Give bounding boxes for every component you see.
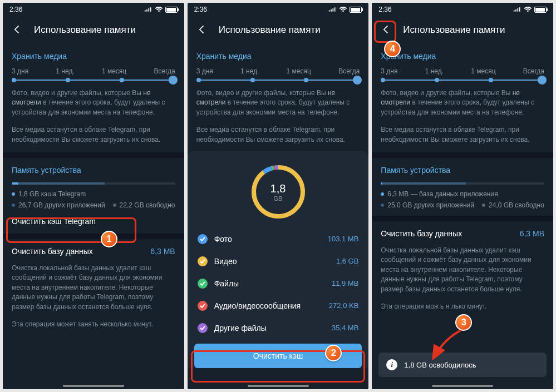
media-desc-1: Фото, видео и другие файлы, которые Вы н… bbox=[3, 88, 184, 125]
section-storage: Память устройства bbox=[372, 158, 553, 179]
signal-icon bbox=[513, 7, 521, 13]
statusbar: 2:36 bbox=[372, 3, 553, 16]
home-indicator[interactable] bbox=[432, 385, 493, 387]
home-indicator[interactable] bbox=[248, 385, 309, 387]
statusbar: 2:36 bbox=[188, 3, 369, 16]
db-desc-1: Очистка локальной базы данных удалит кэш… bbox=[3, 264, 184, 320]
signal-icon bbox=[328, 7, 337, 13]
storage-legend: 6,3 MB — база данных приложения 25,0 GB … bbox=[372, 190, 553, 209]
storage-legend: 1,8 GB кэша Telegram 26,7 GB других прил… bbox=[3, 190, 184, 209]
screen-1: 2:36 Использование памяти Хранить медиа … bbox=[3, 3, 184, 389]
cache-category-label: Фото bbox=[214, 235, 232, 244]
media-slider-labels: 3 дня1 нед.1 месяцВсегда bbox=[188, 65, 369, 75]
marker-1: 1 bbox=[101, 231, 117, 247]
slider-thumb[interactable] bbox=[169, 76, 178, 85]
checkbox-icon[interactable] bbox=[198, 301, 208, 311]
wifi-icon bbox=[155, 7, 163, 13]
status-icons bbox=[513, 7, 547, 13]
clear-db-button[interactable]: Очистить базу данных 6,3 MB bbox=[372, 221, 553, 246]
back-icon[interactable] bbox=[196, 24, 208, 37]
status-icons bbox=[144, 7, 178, 13]
cache-category-row[interactable]: Фото 103,1 MB bbox=[188, 228, 369, 250]
cache-category-size: 35,4 MB bbox=[332, 324, 358, 332]
media-slider[interactable] bbox=[196, 80, 360, 81]
cache-category-label: Аудио/видеосообщения bbox=[214, 301, 301, 310]
media-desc-2: Все медиа останутся в облаке Telegram, п… bbox=[188, 125, 369, 152]
db-desc-2: Эта операция может занять несколько мину… bbox=[3, 320, 184, 337]
storage-bar bbox=[12, 182, 175, 185]
checkbox-icon[interactable] bbox=[198, 279, 208, 289]
media-slider[interactable] bbox=[12, 80, 175, 81]
media-desc-2: Все медиа останутся в облаке Telegram, п… bbox=[372, 125, 553, 152]
donut-unit: GB bbox=[270, 195, 286, 201]
section-media: Хранить медиа bbox=[3, 44, 184, 65]
clear-db-size: 6,3 MB bbox=[520, 229, 544, 238]
cache-category-row[interactable]: Другие файлы 35,4 MB bbox=[188, 317, 369, 339]
media-desc-2: Все медиа останутся в облаке Telegram, п… bbox=[3, 125, 184, 152]
donut-chart: 1,8 GB bbox=[188, 151, 369, 228]
status-icons bbox=[328, 7, 362, 13]
statusbar: 2:36 bbox=[3, 3, 184, 16]
info-icon: i bbox=[386, 359, 397, 370]
slider-thumb[interactable] bbox=[538, 76, 547, 85]
page-title: Использование памяти bbox=[34, 24, 136, 36]
checkbox-icon[interactable] bbox=[198, 256, 208, 266]
clear-db-label: Очистить базу данных bbox=[381, 229, 462, 238]
clear-cache-button[interactable]: Очистить кэш Telegram bbox=[3, 209, 184, 234]
page-title: Использование памяти bbox=[219, 24, 321, 36]
marker-3: 3 bbox=[455, 314, 472, 331]
section-media: Хранить медиа bbox=[188, 44, 369, 65]
media-desc-1: Фото, видео и другие файлы, которые Вы н… bbox=[372, 88, 553, 125]
signal-icon bbox=[144, 7, 152, 13]
media-slider[interactable] bbox=[381, 80, 544, 81]
header: Использование памяти bbox=[188, 16, 369, 44]
slider-thumb[interactable] bbox=[353, 76, 362, 85]
status-time: 2:36 bbox=[378, 6, 391, 13]
media-slider-labels: 3 дня1 нед.1 месяцВсегда bbox=[372, 65, 553, 75]
home-indicator[interactable] bbox=[63, 385, 124, 387]
donut-value: 1,8 bbox=[270, 182, 286, 195]
screen-3: 2:36 Использование памяти Хранить медиа … bbox=[372, 3, 553, 389]
db-desc-1: Очистка локальной базы данных удалит кэш… bbox=[372, 246, 553, 302]
page-title: Использование памяти bbox=[403, 24, 505, 36]
wifi-icon bbox=[339, 7, 347, 13]
checkbox-icon[interactable] bbox=[198, 323, 208, 333]
back-icon[interactable] bbox=[12, 24, 23, 37]
cache-category-size: 1,6 GB bbox=[336, 257, 358, 265]
cache-category-size: 103,1 MB bbox=[328, 235, 359, 243]
cache-category-label: Файлы bbox=[214, 279, 239, 288]
battery-icon bbox=[165, 7, 178, 13]
cache-category-size: 272,0 KB bbox=[329, 301, 359, 310]
cache-category-row[interactable]: Видео 1,6 GB bbox=[188, 250, 369, 272]
battery-icon bbox=[534, 7, 547, 13]
back-icon[interactable] bbox=[381, 24, 392, 37]
checkbox-icon[interactable] bbox=[198, 234, 208, 244]
cache-category-label: Видео bbox=[214, 257, 237, 266]
storage-bar bbox=[381, 182, 544, 185]
screen-2: 2:36 Использование памяти Хранить медиа … bbox=[188, 3, 369, 389]
clear-db-size: 6,3 MB bbox=[150, 247, 175, 256]
wifi-icon bbox=[524, 7, 532, 13]
media-slider-labels: 3 дня 1 нед. 1 месяц Всегда bbox=[3, 65, 184, 75]
section-storage: Память устройства bbox=[3, 158, 184, 179]
header: Использование памяти bbox=[3, 16, 184, 44]
header: Использование памяти bbox=[372, 16, 553, 44]
toast-text: 1,8 GB освободилось bbox=[404, 361, 476, 369]
cache-category-size: 11,9 MB bbox=[332, 279, 358, 287]
clear-db-label: Очистить базу данных bbox=[12, 247, 93, 256]
battery-icon bbox=[350, 7, 362, 13]
status-time: 2:36 bbox=[194, 6, 207, 13]
media-desc-1: Фото, видео и другие файлы, которые Вы н… bbox=[188, 88, 369, 125]
cache-category-label: Другие файлы bbox=[214, 324, 267, 333]
cache-category-row[interactable]: Аудио/видеосообщения 272,0 KB bbox=[188, 295, 369, 317]
clear-cache-label: Очистить кэш Telegram bbox=[12, 217, 96, 226]
status-time: 2:36 bbox=[9, 6, 22, 13]
toast-freed: i 1,8 GB освободилось bbox=[378, 353, 547, 377]
clear-cache-sheet: 1,8 GB Фото 103,1 MB Видео 1,6 GB Файлы … bbox=[188, 151, 369, 368]
clear-db-button[interactable]: Очистить базу данных 6,3 MB bbox=[3, 239, 184, 264]
cache-category-row[interactable]: Файлы 11,9 MB bbox=[188, 272, 369, 295]
